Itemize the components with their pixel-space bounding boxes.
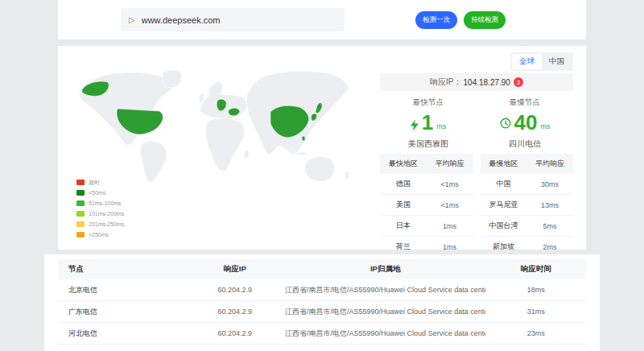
legend-color-chip [76,190,85,196]
latency-cell: 30ms [526,174,573,195]
slowest-node-name: 四川电信 [477,138,573,150]
latency-cell: <1ms [427,195,473,216]
ip-cell: 60.204.2.9 [184,279,285,301]
ip-cell: 60.204.2.9 [184,345,285,351]
table-row: 中国台湾5ms [481,216,574,237]
table-row: 河北电信 60.204.2.9 江西省/南昌市/电信/AS55990/Huawe… [58,323,586,345]
scope-tabs: 全球 中国 [510,52,573,71]
world-map [66,65,372,182]
map-region-australia [304,157,334,182]
location-cell: 江西省/南昌市/电信/AS55990/Huawei Cloud Service … [285,279,485,301]
table-row: 北京电信 60.204.2.9 江西省/南昌市/电信/AS55990/Huawe… [58,279,586,301]
tab-china[interactable]: 中国 [542,54,572,69]
fastest-node-title: 最快节点 [380,97,477,108]
legend-label: <50ms [89,190,105,196]
response-ip-bar: 响应IP： 104.18.27.90 3 [380,73,573,91]
url-input[interactable] [142,15,336,25]
slowest-node-unit: ms [540,122,550,131]
legend-item: 超时 [76,177,124,188]
region-cell: 罗马尼亚 [481,195,527,216]
column-header: 平均响应 [427,154,473,174]
region-tables: 最快地区 平均响应 德国<1ms 美国<1ms 日本1ms 荷兰1ms 最慢地区… [380,154,573,258]
slowest-node-value: 40 [514,114,538,131]
region-cell: 日本 [380,216,427,237]
map-region-greenland [163,70,182,88]
node-cell: 北京电信 [58,279,184,301]
latency-cell: <1ms [427,174,473,195]
fastest-regions-table: 最快地区 平均响应 德国<1ms 美国<1ms 日本1ms 荷兰1ms [380,154,473,258]
node-detail-table-card: 节点 响应IP IP归属地 响应时间 北京电信 60.204.2.9 江西省/南… [44,254,600,351]
legend-label: 101ms-200ms [89,211,124,217]
check-once-button[interactable]: 检测一次 [415,11,457,29]
location-cell: 江西省/南昌市/电信/AS55990/Huawei Cloud Service … [285,323,485,345]
legend-label: 51ms-100ms [89,200,121,206]
node-summary: 最快节点 1 ms 美国西雅图 最慢节点 40 ms 四川电信 [380,97,573,150]
time-cell: 18ms [485,279,586,301]
slowest-node-box: 最慢节点 40 ms 四川电信 [477,97,573,150]
table-row: 广东电信 60.204.2.9 江西省/南昌市/电信/AS55990/Huawe… [58,301,586,323]
legend-color-chip [76,200,85,206]
fastest-node-unit: ms [436,122,446,131]
time-cell: 23ms [485,323,586,345]
map-region-africa [205,118,245,171]
column-header-response-time: 响应时间 [485,259,586,279]
slowest-node-title: 最慢节点 [477,97,573,108]
column-header-node: 节点 [58,259,184,279]
legend-color-chip [76,232,85,237]
url-search-box[interactable]: ▷ [121,8,345,31]
table-row: 中国30ms [481,174,574,195]
legend-item: 201ms-250ms [76,219,124,229]
table-row: 美国<1ms [380,195,473,216]
legend-label: 超时 [89,179,100,187]
continuous-check-button[interactable]: 持续检测 [464,11,506,29]
slowest-regions-table: 最慢地区 平均响应 中国30ms 罗马尼亚13ms 中国台湾5ms 新加坡2ms [481,154,574,258]
table-row: 罗马尼亚13ms [481,195,574,216]
time-cell: 31ms [485,301,586,323]
column-header-response-ip: 响应IP [184,259,285,279]
map-legend: 超时 <50ms 51ms-100ms 101ms-200ms 201ms-25… [76,177,124,240]
time-cell: 24ms [485,345,586,351]
legend-color-chip [76,180,85,185]
region-cell: 中国台湾 [481,216,527,237]
region-cell: 德国 [380,174,427,195]
legend-item: 51ms-100ms [76,198,124,209]
latency-cell: 1ms [427,216,473,237]
column-header: 最慢地区 [481,154,527,174]
fastest-node-value: 1 [422,114,433,131]
result-panel: 超时 <50ms 51ms-100ms 101ms-200ms 201ms-25… [58,46,586,250]
ip-count-badge[interactable]: 3 [514,77,523,87]
column-header: 最快地区 [380,154,427,174]
response-ip-value: 104.18.27.90 [464,78,510,87]
map-region-madagascar [244,151,249,159]
play-icon: ▷ [129,16,135,24]
region-cell: 美国 [380,195,427,216]
latency-cell: 13ms [526,195,573,216]
lightning-icon [411,119,419,131]
legend-item: >250ms [76,229,124,240]
location-cell: 江西省/南昌市/电信/AS55990/Huawei Cloud Service … [285,301,485,323]
map-country-taiwan[interactable] [302,136,305,141]
legend-item: <50ms [76,188,124,198]
top-toolbar: ▷ 检测一次 持续检测 [58,0,586,39]
legend-color-chip [76,221,85,227]
fastest-node-box: 最快节点 1 ms 美国西雅图 [380,97,477,150]
fastest-node-name: 美国西雅图 [380,138,477,150]
column-header-ip-location: IP归属地 [285,259,485,279]
response-ip-label: 响应IP： [430,76,461,88]
map-region-indonesia [287,149,296,152]
clock-icon [500,118,511,129]
ip-cell: 60.204.2.9 [184,323,285,345]
legend-item: 101ms-200ms [76,209,124,219]
tab-global[interactable]: 全球 [512,54,542,69]
latency-cell: 5ms [526,216,573,237]
node-cell: 河北电信 [58,323,184,345]
map-region-indonesia [297,152,307,155]
node-cell: 广东电信 [58,301,184,323]
table-row: 日本1ms [380,216,473,237]
stats-panel: 全球 中国 响应IP： 104.18.27.90 3 最快节点 1 ms 美国西… [380,46,573,250]
node-cell: 湖南电信 [58,345,184,351]
legend-label: >250ms [89,232,109,237]
table-row: 湖南电信 60.204.2.9 江西省/南昌市/电信/AS55990/Huawe… [58,345,586,351]
legend-label: 201ms-250ms [89,221,124,227]
location-cell: 江西省/南昌市/电信/AS55990/Huawei Cloud Service … [285,345,485,351]
